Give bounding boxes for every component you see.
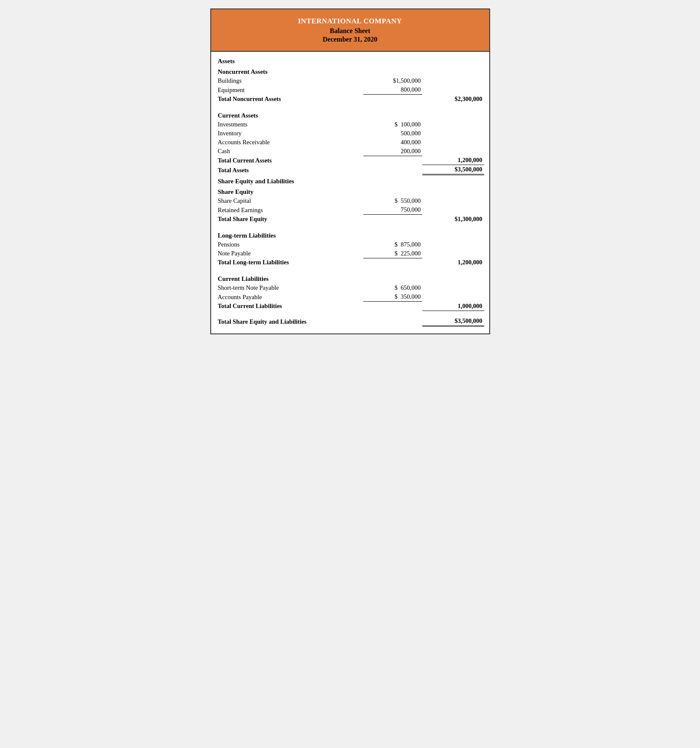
share-equity-heading-row: Share Equity <box>216 186 484 196</box>
note-payable-value: $ 225,000 <box>363 249 422 258</box>
total-share-equity-label: Total Share Equity <box>216 215 364 224</box>
retained-earnings-row: Retained Earnings 750,000 <box>216 205 484 215</box>
total-current-assets-row: Total Current Assets 1,200,000 <box>216 156 484 165</box>
body: Assets Noncurrent Assets Buildings $1,50… <box>211 52 489 333</box>
equipment-right <box>422 85 484 95</box>
assets-heading-row: Assets <box>216 55 484 66</box>
current-liabilities-heading-row: Current Liabilities <box>216 273 484 283</box>
accounts-payable-label: Accounts Payable <box>216 292 364 302</box>
buildings-row: Buildings $1,500,000 <box>216 76 484 85</box>
total-equity-liabilities-row: Total Share Equity and Liabilities $3,50… <box>216 317 484 326</box>
buildings-label: Buildings <box>216 76 364 85</box>
total-equity-liabilities-label: Total Share Equity and Liabilities <box>216 317 364 326</box>
longterm-liabilities-label: Long-term Liabilities <box>216 230 484 240</box>
balance-sheet-table: Assets Noncurrent Assets Buildings $1,50… <box>216 55 484 327</box>
sheet-date: December 31, 2020 <box>215 36 485 43</box>
noncurrent-assets-label: Noncurrent Assets <box>216 66 484 76</box>
short-term-note-row: Short-term Note Payable $ 650,000 <box>216 283 484 292</box>
total-share-equity-value: $1,300,000 <box>422 215 484 224</box>
equipment-row: Equipment 800,000 <box>216 85 484 95</box>
share-capital-row: Share Capital $ 550,000 <box>216 196 484 205</box>
equity-liabilities-heading-row: Share Equity and Liabilities <box>216 175 484 186</box>
cash-value: 200,000 <box>363 147 422 156</box>
total-current-assets-value: 1,200,000 <box>422 156 484 165</box>
pensions-value: $ 875,000 <box>363 240 422 249</box>
current-assets-label: Current Assets <box>216 109 484 120</box>
share-equity-label: Share Equity <box>216 186 484 196</box>
current-assets-heading-row: Current Assets <box>216 109 484 120</box>
total-current-liabilities-value: 1,000,000 <box>422 302 484 311</box>
retained-earnings-label: Retained Earnings <box>216 205 364 215</box>
total-noncurrent-mid <box>363 95 422 104</box>
total-current-assets-label: Total Current Assets <box>216 156 364 165</box>
balance-sheet-container: INTERNATIONAL COMPANY Balance Sheet Dece… <box>210 8 490 334</box>
accounts-receivable-label: Accounts Receivable <box>216 138 364 147</box>
total-share-equity-row: Total Share Equity $1,300,000 <box>216 215 484 224</box>
spacer-2 <box>216 224 484 230</box>
total-noncurrent-row: Total Noncurrent Assets $2,300,000 <box>216 95 484 104</box>
buildings-right <box>422 76 484 85</box>
short-term-note-label: Short-term Note Payable <box>216 283 364 292</box>
total-longterm-row: Total Long-term Liabilities 1,200,000 <box>216 258 484 267</box>
equipment-value: 800,000 <box>363 85 422 95</box>
share-capital-label: Share Capital <box>216 196 364 205</box>
company-name: INTERNATIONAL COMPANY <box>215 17 485 25</box>
header: INTERNATIONAL COMPANY Balance Sheet Dece… <box>211 9 489 52</box>
total-noncurrent-label: Total Noncurrent Assets <box>216 95 364 104</box>
equipment-label: Equipment <box>216 85 364 95</box>
inventory-label: Inventory <box>216 129 364 138</box>
accounts-payable-row: Accounts Payable $ 350,000 <box>216 292 484 302</box>
total-assets-label: Total Assets <box>216 165 364 175</box>
sheet-title: Balance Sheet <box>215 27 485 35</box>
pensions-label: Pensions <box>216 240 364 249</box>
accounts-receivable-row: Accounts Receivable 400,000 <box>216 138 484 147</box>
retained-earnings-value: 750,000 <box>363 205 422 215</box>
share-capital-value: $ 550,000 <box>363 196 422 205</box>
noncurrent-assets-heading-row: Noncurrent Assets <box>216 66 484 76</box>
investments-row: Investments $ 100,000 <box>216 120 484 129</box>
note-payable-row: Note Payable $ 225,000 <box>216 249 484 258</box>
spacer-4 <box>216 311 484 317</box>
total-equity-liabilities-value: $3,500,000 <box>422 317 484 326</box>
buildings-value: $1,500,000 <box>363 76 422 85</box>
total-assets-value: $3,500,000 <box>422 165 484 175</box>
total-current-liabilities-label: Total Current Liabilities <box>216 302 364 311</box>
total-assets-row: Total Assets $3,500,000 <box>216 165 484 175</box>
pensions-row: Pensions $ 875,000 <box>216 240 484 249</box>
note-payable-label: Note Payable <box>216 249 364 258</box>
cash-label: Cash <box>216 147 364 156</box>
total-longterm-value: 1,200,000 <box>422 258 484 267</box>
total-longterm-label: Total Long-term Liabilities <box>216 258 364 267</box>
spacer-3 <box>216 267 484 273</box>
longterm-liabilities-heading-row: Long-term Liabilities <box>216 230 484 240</box>
spacer-1 <box>216 104 484 109</box>
cash-row: Cash 200,000 <box>216 147 484 156</box>
short-term-note-value: $ 650,000 <box>363 283 422 292</box>
current-liabilities-label: Current Liabilities <box>216 273 484 283</box>
inventory-value: 500,000 <box>363 129 422 138</box>
total-noncurrent-value: $2,300,000 <box>422 95 484 104</box>
investments-value: $ 100,000 <box>363 120 422 129</box>
total-current-liabilities-row: Total Current Liabilities 1,000,000 <box>216 302 484 311</box>
accounts-payable-value: $ 350,000 <box>363 292 422 302</box>
investments-label: Investments <box>216 120 364 129</box>
inventory-row: Inventory 500,000 <box>216 129 484 138</box>
equity-liabilities-label: Share Equity and Liabilities <box>216 175 484 186</box>
accounts-receivable-value: 400,000 <box>363 138 422 147</box>
assets-label: Assets <box>216 55 484 66</box>
